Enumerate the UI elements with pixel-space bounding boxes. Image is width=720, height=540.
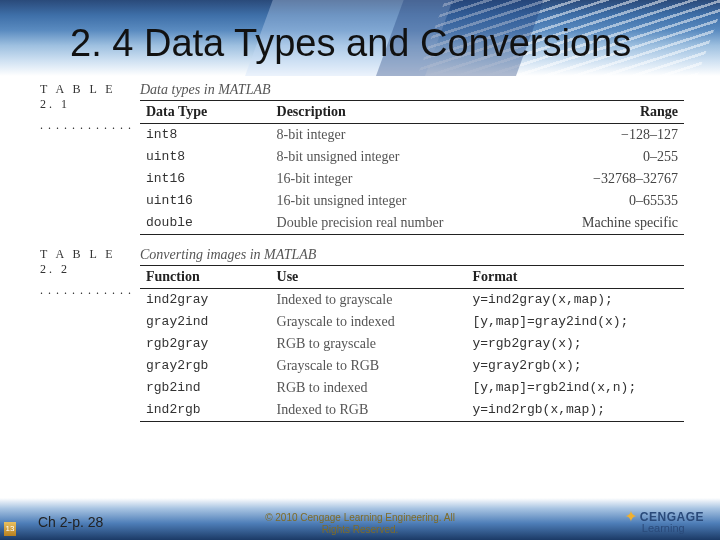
cell-desc: Double precision real number xyxy=(271,212,521,235)
table-2-1-block: T A B L E 2. 1 Data types in MATLAB Data… xyxy=(40,82,684,235)
table-row: uint88-bit unsigned integer0–255 xyxy=(140,146,684,168)
table-2-1-label: T A B L E 2. 1 xyxy=(40,82,140,112)
col-range: Range xyxy=(521,101,684,124)
cell-fmt: [y,map]=gray2ind(x); xyxy=(466,311,684,333)
table-row: uint1616-bit unsigned integer0–65535 xyxy=(140,190,684,212)
cell-desc: 16-bit integer xyxy=(271,168,521,190)
col-function: Function xyxy=(140,266,271,289)
copyright-line-2: Rights Reserved. xyxy=(322,524,399,535)
col-description: Description xyxy=(271,101,521,124)
cell-type: int8 xyxy=(140,124,271,147)
cell-type: int16 xyxy=(140,168,271,190)
table-row: int1616-bit integer−32768–32767 xyxy=(140,168,684,190)
cell-use: Grayscale to RGB xyxy=(271,355,467,377)
table-2-1-caption: Data types in MATLAB xyxy=(140,82,271,97)
cell-use: RGB to grayscale xyxy=(271,333,467,355)
cell-fmt: y=rgb2gray(x); xyxy=(466,333,684,355)
table-row: rgb2grayRGB to grayscaley=rgb2gray(x); xyxy=(140,333,684,355)
cell-fmt: y=ind2gray(x,map); xyxy=(466,289,684,312)
table-row: gray2rgbGrayscale to RGBy=gray2rgb(x); xyxy=(140,355,684,377)
dotted-rule xyxy=(40,283,132,301)
table-row: ind2rgbIndexed to RGBy=ind2rgb(x,map); xyxy=(140,399,684,422)
table-2-1: Data Type Description Range int88-bit in… xyxy=(140,100,684,235)
page-title: 2. 4 Data Types and Conversions xyxy=(70,22,631,65)
cell-type: uint8 xyxy=(140,146,271,168)
table-row: gray2indGrayscale to indexed[y,map]=gray… xyxy=(140,311,684,333)
caption-matlab: MATLAB xyxy=(264,247,316,262)
cell-use: Indexed to grayscale xyxy=(271,289,467,312)
cell-fmt: y=ind2rgb(x,map); xyxy=(466,399,684,422)
cell-use: RGB to indexed xyxy=(271,377,467,399)
table-row: int88-bit integer−128–127 xyxy=(140,124,684,147)
cell-use: Indexed to RGB xyxy=(271,399,467,422)
cell-fn: ind2rgb xyxy=(140,399,271,422)
cell-type: double xyxy=(140,212,271,235)
cell-fmt: [y,map]=rgb2ind(x,n); xyxy=(466,377,684,399)
dotted-rule xyxy=(40,118,132,136)
copyright-line-1: © 2010 Cengage Learning Engineering. All xyxy=(265,512,455,523)
table-2-2: Function Use Format ind2grayIndexed to g… xyxy=(140,265,684,422)
cengage-logo: CENGAGE Learning xyxy=(624,507,704,534)
logo-text-bottom: Learning xyxy=(642,522,685,534)
table-2-2-block: T A B L E 2. 2 Converting images in MATL… xyxy=(40,247,684,422)
cell-fn: rgb2gray xyxy=(140,333,271,355)
cell-desc: 8-bit unsigned integer xyxy=(271,146,521,168)
copyright-text: © 2010 Cengage Learning Engineering. All… xyxy=(0,512,720,536)
cell-range: −128–127 xyxy=(521,124,684,147)
col-format: Format xyxy=(466,266,684,289)
cell-desc: 8-bit integer xyxy=(271,124,521,147)
col-use: Use xyxy=(271,266,467,289)
caption-text: Converting images in xyxy=(140,247,264,262)
cell-type: uint16 xyxy=(140,190,271,212)
cell-fn: gray2rgb xyxy=(140,355,271,377)
caption-matlab: MATLAB xyxy=(218,82,270,97)
cell-use: Grayscale to indexed xyxy=(271,311,467,333)
col-data-type: Data Type xyxy=(140,101,271,124)
cell-range: −32768–32767 xyxy=(521,168,684,190)
caption-text: Data types in xyxy=(140,82,218,97)
cell-range: 0–255 xyxy=(521,146,684,168)
cell-range: Machine specific xyxy=(521,212,684,235)
cell-fn: ind2gray xyxy=(140,289,271,312)
table-row: rgb2indRGB to indexed[y,map]=rgb2ind(x,n… xyxy=(140,377,684,399)
cell-range: 0–65535 xyxy=(521,190,684,212)
logo-star-icon xyxy=(624,509,638,523)
cell-fn: gray2ind xyxy=(140,311,271,333)
table-row: doubleDouble precision real numberMachin… xyxy=(140,212,684,235)
cell-fn: rgb2ind xyxy=(140,377,271,399)
content-area: T A B L E 2. 1 Data types in MATLAB Data… xyxy=(40,82,684,494)
table-2-2-caption: Converting images in MATLAB xyxy=(140,247,316,262)
cell-fmt: y=gray2rgb(x); xyxy=(466,355,684,377)
table-2-2-label: T A B L E 2. 2 xyxy=(40,247,140,277)
table-row: ind2grayIndexed to grayscaley=ind2gray(x… xyxy=(140,289,684,312)
cell-desc: 16-bit unsigned integer xyxy=(271,190,521,212)
